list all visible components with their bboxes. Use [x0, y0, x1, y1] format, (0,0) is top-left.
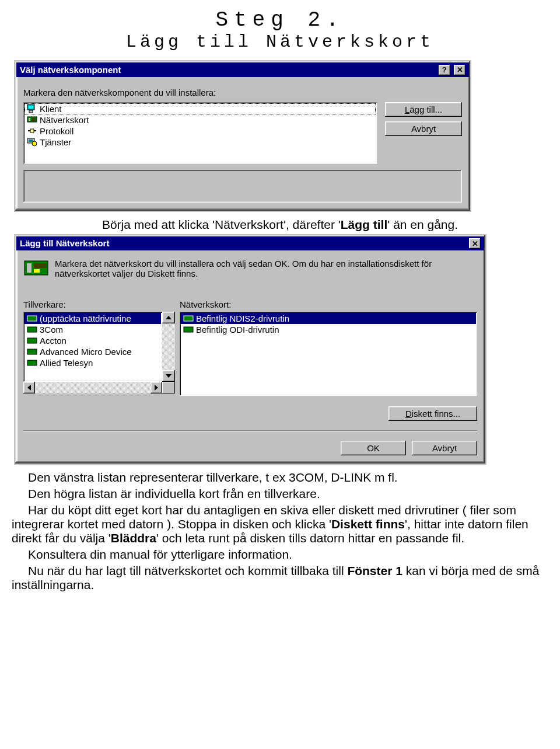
svg-rect-20 [184, 327, 193, 332]
svg-rect-18 [27, 360, 37, 365]
scroll-down-button[interactable] [162, 370, 175, 382]
ok-button[interactable]: OK [341, 441, 406, 455]
list-item: Befintlig NDIS2-drivrutin [181, 313, 476, 324]
manufacturer-listbox[interactable]: (upptäckta nätdrivrutine 3Com Accton Adv… [23, 312, 175, 382]
scrollbar-horizontal[interactable] [23, 382, 175, 393]
add-button[interactable]: Lägg till... [385, 102, 462, 117]
titlebar: Lägg till Nätverkskort ✕ [16, 236, 484, 251]
list-item: Advanced Micro Device [24, 346, 161, 357]
manufacturer-label: Tillverkare: [23, 299, 175, 309]
cancel-button[interactable]: Avbryt [412, 441, 477, 455]
list-item: Befintlig ODI-drivrutin [181, 324, 476, 335]
have-disk-button[interactable]: Diskett finns... [388, 406, 477, 421]
svg-rect-8 [29, 140, 33, 142]
page-step-heading: Steg 2. [12, 8, 548, 32]
body-paragraph: Konsultera din manual för ytterligare in… [12, 548, 548, 562]
component-listbox[interactable]: Klient Nätverkskort Protok [23, 102, 377, 164]
list-item: Allied Telesyn [24, 357, 161, 368]
nic-icon [183, 325, 194, 335]
titlebar: Välj nätverkskomponent ? ✕ [16, 62, 469, 77]
list-item-label: Advanced Micro Device [40, 347, 132, 357]
cancel-button[interactable]: Avbryt [385, 121, 462, 136]
list-item: Accton [24, 335, 161, 346]
svg-rect-14 [27, 316, 37, 321]
list-item-label: Accton [40, 336, 66, 346]
svg-rect-12 [34, 263, 47, 268]
scroll-up-button[interactable] [162, 312, 175, 323]
body-paragraph: Nu när du har lagt till nätverkskortet o… [12, 564, 548, 592]
list-item-label: 3Com [40, 325, 63, 335]
svg-rect-11 [27, 263, 32, 273]
body-paragraph: Den vänstra listan representerar tillver… [12, 471, 548, 485]
svg-rect-13 [34, 269, 40, 273]
adapter-listbox[interactable]: Befintlig NDIS2-drivrutin Befintlig ODI-… [180, 312, 477, 396]
protocol-icon [27, 126, 37, 135]
list-item: Nätverkskort [24, 114, 376, 126]
list-item: Protokoll [24, 126, 376, 137]
intro-paragraph: Börja med att klicka 'Nätverkskort', där… [12, 218, 548, 232]
nic-icon [27, 325, 37, 335]
help-button[interactable]: ? [439, 65, 450, 75]
separator [23, 430, 477, 431]
nic-large-icon [23, 257, 49, 280]
body-paragraph: Har du köpt ditt eget kort har du antagl… [12, 503, 548, 545]
close-button[interactable]: ✕ [454, 65, 466, 75]
svg-rect-17 [27, 349, 37, 354]
svg-point-9 [32, 141, 37, 146]
nic-icon [27, 314, 37, 323]
list-item-label: Nätverkskort [40, 115, 89, 125]
nic-icon [27, 358, 37, 368]
svg-rect-19 [184, 316, 193, 321]
list-item-label: Klient [40, 104, 62, 114]
nic-icon [183, 314, 194, 323]
list-item-label: Befintlig NDIS2-drivrutin [196, 313, 289, 323]
nic-icon [27, 115, 37, 124]
scrollbar-vertical[interactable] [162, 312, 175, 382]
dialog-instruction: Markera det nätverkskort du vill install… [55, 257, 477, 278]
services-icon [27, 137, 37, 147]
list-item-label: Befintlig ODI-drivrutin [196, 325, 279, 335]
svg-rect-6 [30, 129, 34, 133]
list-item-label: Protokoll [40, 126, 74, 136]
svg-rect-5 [32, 118, 36, 121]
body-paragraph: Den högra listan är individuella kort fr… [12, 487, 548, 501]
svg-rect-1 [29, 106, 33, 109]
dialog-title: Välj nätverkskomponent [20, 65, 121, 75]
page-subtitle: Lägg till Nätverkskort [12, 32, 548, 52]
list-item: (upptäckta nätdrivrutine [24, 313, 161, 324]
list-item-label: Tjänster [40, 137, 71, 147]
adapter-label: Nätverkskort: [180, 299, 477, 309]
list-item: Tjänster [24, 137, 376, 148]
list-item: 3Com [24, 324, 161, 335]
dialog-select-component: Välj nätverkskomponent ? ✕ Markera den n… [14, 60, 471, 212]
dialog-instruction: Markera den nätverkskomponent du vill in… [23, 88, 462, 97]
svg-rect-2 [29, 110, 33, 113]
client-icon [27, 104, 37, 113]
svg-rect-16 [27, 338, 37, 343]
scroll-left-button[interactable] [23, 382, 35, 393]
svg-rect-4 [29, 118, 30, 121]
dialog-add-adapter: Lägg till Nätverkskort ✕ Markera det nät… [14, 234, 487, 465]
list-item-label: Allied Telesyn [40, 358, 93, 368]
nic-icon [27, 347, 37, 357]
close-button[interactable]: ✕ [469, 238, 481, 249]
description-panel [23, 170, 462, 203]
nic-icon [27, 336, 37, 346]
list-item-label: (upptäckta nätdrivrutine [40, 313, 131, 323]
list-item: Klient [24, 103, 376, 114]
dialog-title: Lägg till Nätverkskort [20, 238, 109, 248]
svg-rect-15 [27, 327, 37, 332]
scroll-right-button[interactable] [150, 382, 162, 393]
